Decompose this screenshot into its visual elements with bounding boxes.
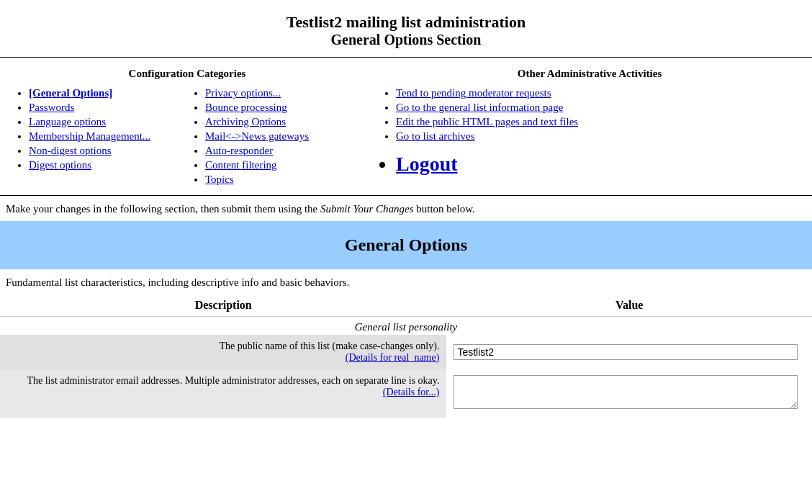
link-general-options[interactable]: [General Options]: [29, 87, 112, 99]
link-passwords[interactable]: Passwords: [29, 102, 74, 113]
link-membership[interactable]: Membership Management...: [29, 130, 150, 142]
other-admin: Other Administrative Activities Tend to …: [360, 68, 798, 188]
general-options-banner: General Options: [0, 221, 812, 269]
link-archives[interactable]: Go to list archives: [396, 130, 475, 142]
link-autoresponder[interactable]: Auto-responder: [205, 145, 273, 156]
col-description-header: Description: [0, 294, 446, 317]
link-language-options[interactable]: Language options: [29, 116, 106, 127]
link-news-gateways[interactable]: Mail<->News gateways: [205, 130, 309, 142]
list-item-general: [General Options]: [29, 87, 184, 99]
page-title-line2: General Options Section: [7, 32, 805, 48]
list-item-edit-html: Edit the public HTML pages and text file…: [396, 116, 798, 128]
row1-desc-text: The public name of this list (make case-…: [219, 341, 439, 351]
submit-note-italic: Submit Your Changes: [320, 203, 413, 215]
link-digest[interactable]: Digest options: [29, 159, 91, 171]
row2-details-link[interactable]: (Details for...): [383, 387, 440, 397]
row1-description: The public name of this list (make case-…: [0, 335, 446, 369]
general-personality-label: General list personality: [0, 317, 812, 336]
general-options-title: General Options: [14, 235, 798, 255]
config-list-1: [General Options] Passwords Language opt…: [14, 87, 184, 171]
list-item-language: Language options: [29, 116, 184, 128]
config-list-2: Privacy options... Bounce processing Arc…: [191, 87, 360, 186]
submit-note-before: Make your changes in the following secti…: [6, 203, 320, 215]
row2-value: [446, 369, 812, 418]
link-archiving[interactable]: Archiving Options: [205, 116, 286, 127]
list-item-bounce: Bounce processing: [205, 102, 360, 114]
options-table: Description Value General list personali…: [0, 294, 812, 418]
link-nondigest[interactable]: Non-digest options: [29, 145, 112, 156]
other-admin-heading: Other Administrative Activities: [382, 68, 798, 80]
page-title-line1: Testlist2 mailing list administration: [7, 13, 805, 32]
other-admin-list: Tend to pending moderator requests Go to…: [382, 87, 798, 143]
list-item-privacy: Privacy options...: [205, 87, 360, 99]
link-edit-html[interactable]: Edit the public HTML pages and text file…: [396, 116, 578, 127]
fundamental-desc: Fundamental list characteristics, includ…: [0, 269, 812, 294]
table-header-row: Description Value: [0, 294, 812, 317]
submit-note-after: button below.: [414, 203, 475, 215]
real-name-input[interactable]: [454, 344, 798, 360]
list-item-general-info: Go to the general list information page: [396, 102, 798, 114]
config-col-1: [General Options] Passwords Language opt…: [14, 87, 184, 188]
list-item-archiving: Archiving Options: [205, 116, 360, 128]
list-item-content-filtering: Content filtering: [205, 159, 360, 171]
row2-desc-text: The list administrator email addresses. …: [27, 375, 439, 386]
admin-email-textarea[interactable]: [454, 375, 798, 409]
section-label-row: General list personality: [0, 317, 812, 336]
link-topics[interactable]: Topics: [205, 174, 234, 185]
list-item-pending: Tend to pending moderator requests: [396, 87, 798, 99]
list-item-topics: Topics: [205, 174, 360, 186]
row2-description: The list administrator email addresses. …: [0, 369, 446, 418]
list-item-logout: Logout: [396, 153, 798, 176]
list-item-nondigest: Non-digest options: [29, 145, 184, 157]
config-col-2: Privacy options... Bounce processing Arc…: [191, 87, 360, 188]
config-categories: Configuration Categories [General Option…: [14, 68, 360, 188]
list-item-passwords: Passwords: [29, 102, 184, 114]
row1-value: [446, 335, 812, 369]
logout-list: Logout: [382, 153, 798, 176]
page-header: Testlist2 mailing list administration Ge…: [0, 0, 812, 57]
link-general-info[interactable]: Go to the general list information page: [396, 102, 563, 113]
list-item-digest: Digest options: [29, 159, 184, 171]
col-value-header: Value: [446, 294, 812, 317]
link-content-filtering[interactable]: Content filtering: [205, 159, 277, 171]
list-item-archives: Go to list archives: [396, 130, 798, 143]
config-section: Configuration Categories [General Option…: [0, 58, 812, 196]
list-item-news: Mail<->News gateways: [205, 130, 360, 143]
list-item-autoresponder: Auto-responder: [205, 145, 360, 157]
link-bounce[interactable]: Bounce processing: [205, 102, 287, 113]
table-row: The list administrator email addresses. …: [0, 369, 812, 418]
table-row: The public name of this list (make case-…: [0, 335, 812, 369]
link-logout[interactable]: Logout: [396, 153, 458, 175]
config-cols: [General Options] Passwords Language opt…: [14, 87, 360, 188]
list-item-membership: Membership Management...: [29, 130, 184, 143]
row1-details-link[interactable]: (Details for real_name): [346, 352, 440, 363]
submit-note: Make your changes in the following secti…: [0, 196, 812, 221]
link-privacy[interactable]: Privacy options...: [205, 87, 281, 99]
link-pending-moderator[interactable]: Tend to pending moderator requests: [396, 87, 551, 99]
config-categories-heading: Configuration Categories: [14, 68, 360, 80]
